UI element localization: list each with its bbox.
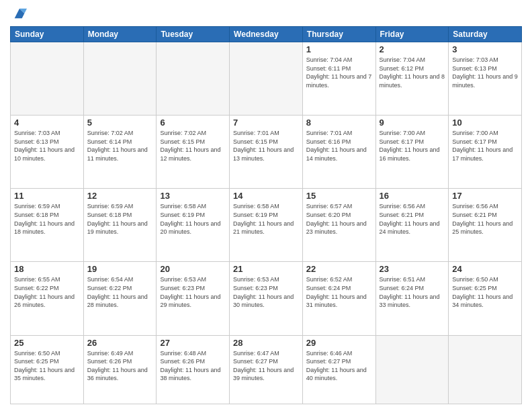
day-info: Sunrise: 7:02 AM Sunset: 6:14 PM Dayligh… <box>87 129 153 163</box>
calendar-week-row: 25Sunrise: 6:50 AM Sunset: 6:25 PM Dayli… <box>11 335 522 404</box>
day-info: Sunrise: 6:52 AM Sunset: 6:24 PM Dayligh… <box>306 275 372 309</box>
calendar-header-tuesday: Tuesday <box>157 27 230 42</box>
day-info: Sunrise: 6:56 AM Sunset: 6:21 PM Dayligh… <box>380 202 445 236</box>
day-number: 1 <box>306 44 372 54</box>
calendar-cell: 17Sunrise: 6:56 AM Sunset: 6:21 PM Dayli… <box>449 189 522 262</box>
day-number: 28 <box>233 338 299 348</box>
day-number: 24 <box>452 264 518 274</box>
calendar-header-friday: Friday <box>375 27 449 42</box>
calendar-cell: 28Sunrise: 6:47 AM Sunset: 6:27 PM Dayli… <box>230 335 303 404</box>
calendar-cell: 14Sunrise: 6:58 AM Sunset: 6:19 PM Dayli… <box>230 189 303 262</box>
day-info: Sunrise: 6:54 AM Sunset: 6:22 PM Dayligh… <box>87 275 153 309</box>
calendar-cell: 7Sunrise: 7:01 AM Sunset: 6:15 PM Daylig… <box>230 116 303 189</box>
day-info: Sunrise: 6:56 AM Sunset: 6:21 PM Dayligh… <box>452 202 518 236</box>
day-info: Sunrise: 7:03 AM Sunset: 6:13 PM Dayligh… <box>452 56 518 89</box>
day-number: 16 <box>380 191 445 201</box>
calendar-cell: 12Sunrise: 6:59 AM Sunset: 6:18 PM Dayli… <box>83 189 157 262</box>
calendar-cell: 18Sunrise: 6:55 AM Sunset: 6:22 PM Dayli… <box>11 262 84 335</box>
day-number: 12 <box>87 191 153 201</box>
day-number: 18 <box>14 264 80 274</box>
calendar-cell: 11Sunrise: 6:59 AM Sunset: 6:18 PM Dayli… <box>11 189 84 262</box>
day-number: 20 <box>160 264 226 274</box>
day-number: 14 <box>233 191 299 201</box>
calendar-header-row: SundayMondayTuesdayWednesdayThursdayFrid… <box>11 27 522 42</box>
calendar-cell <box>11 42 84 116</box>
calendar-cell: 10Sunrise: 7:00 AM Sunset: 6:17 PM Dayli… <box>449 116 522 189</box>
calendar-week-row: 4Sunrise: 7:03 AM Sunset: 6:13 PM Daylig… <box>11 116 522 189</box>
day-info: Sunrise: 6:57 AM Sunset: 6:20 PM Dayligh… <box>306 202 372 236</box>
day-info: Sunrise: 6:59 AM Sunset: 6:18 PM Dayligh… <box>14 202 80 236</box>
day-number: 5 <box>87 118 153 128</box>
day-number: 19 <box>87 264 153 274</box>
calendar-cell: 3Sunrise: 7:03 AM Sunset: 6:13 PM Daylig… <box>449 42 522 116</box>
day-info: Sunrise: 6:59 AM Sunset: 6:18 PM Dayligh… <box>87 202 153 236</box>
day-number: 17 <box>452 191 518 201</box>
calendar-cell: 8Sunrise: 7:01 AM Sunset: 6:16 PM Daylig… <box>302 116 375 189</box>
calendar-cell: 6Sunrise: 7:02 AM Sunset: 6:15 PM Daylig… <box>157 116 230 189</box>
day-info: Sunrise: 7:02 AM Sunset: 6:15 PM Dayligh… <box>160 129 226 163</box>
day-number: 15 <box>306 191 372 201</box>
day-info: Sunrise: 7:04 AM Sunset: 6:12 PM Dayligh… <box>380 56 445 89</box>
day-number: 29 <box>306 338 372 348</box>
day-info: Sunrise: 7:00 AM Sunset: 6:17 PM Dayligh… <box>452 129 518 163</box>
calendar-cell <box>157 42 230 116</box>
calendar-cell <box>375 335 449 404</box>
calendar-cell <box>230 42 303 116</box>
day-info: Sunrise: 6:58 AM Sunset: 6:19 PM Dayligh… <box>160 202 226 236</box>
day-info: Sunrise: 6:55 AM Sunset: 6:22 PM Dayligh… <box>14 275 80 309</box>
calendar-cell: 22Sunrise: 6:52 AM Sunset: 6:24 PM Dayli… <box>302 262 375 335</box>
day-info: Sunrise: 6:50 AM Sunset: 6:25 PM Dayligh… <box>452 275 518 309</box>
day-info: Sunrise: 7:00 AM Sunset: 6:17 PM Dayligh… <box>380 129 445 163</box>
calendar-cell: 24Sunrise: 6:50 AM Sunset: 6:25 PM Dayli… <box>449 262 522 335</box>
calendar-week-row: 1Sunrise: 7:04 AM Sunset: 6:11 PM Daylig… <box>11 42 522 116</box>
header <box>10 7 522 21</box>
day-number: 23 <box>380 264 445 274</box>
calendar-cell <box>449 335 522 404</box>
day-number: 2 <box>380 44 445 54</box>
day-info: Sunrise: 6:51 AM Sunset: 6:24 PM Dayligh… <box>380 275 445 309</box>
day-info: Sunrise: 6:53 AM Sunset: 6:23 PM Dayligh… <box>233 275 299 309</box>
day-number: 25 <box>14 338 80 348</box>
day-number: 21 <box>233 264 299 274</box>
day-info: Sunrise: 7:01 AM Sunset: 6:15 PM Dayligh… <box>233 129 299 163</box>
calendar-table: SundayMondayTuesdayWednesdayThursdayFrid… <box>10 26 522 404</box>
page: SundayMondayTuesdayWednesdayThursdayFrid… <box>0 0 532 411</box>
day-number: 10 <box>452 118 518 128</box>
calendar-cell: 23Sunrise: 6:51 AM Sunset: 6:24 PM Dayli… <box>375 262 449 335</box>
calendar-cell: 16Sunrise: 6:56 AM Sunset: 6:21 PM Dayli… <box>375 189 449 262</box>
calendar-cell: 29Sunrise: 6:46 AM Sunset: 6:27 PM Dayli… <box>302 335 375 404</box>
day-info: Sunrise: 6:47 AM Sunset: 6:27 PM Dayligh… <box>233 349 299 383</box>
day-number: 3 <box>452 44 518 54</box>
day-info: Sunrise: 7:01 AM Sunset: 6:16 PM Dayligh… <box>306 129 372 163</box>
calendar-cell: 4Sunrise: 7:03 AM Sunset: 6:13 PM Daylig… <box>11 116 84 189</box>
calendar-week-row: 18Sunrise: 6:55 AM Sunset: 6:22 PM Dayli… <box>11 262 522 335</box>
calendar-cell: 26Sunrise: 6:49 AM Sunset: 6:26 PM Dayli… <box>83 335 157 404</box>
day-info: Sunrise: 6:49 AM Sunset: 6:26 PM Dayligh… <box>87 349 153 383</box>
calendar-week-row: 11Sunrise: 6:59 AM Sunset: 6:18 PM Dayli… <box>11 189 522 262</box>
calendar-cell: 9Sunrise: 7:00 AM Sunset: 6:17 PM Daylig… <box>375 116 449 189</box>
calendar-cell: 1Sunrise: 7:04 AM Sunset: 6:11 PM Daylig… <box>302 42 375 116</box>
day-number: 9 <box>380 118 445 128</box>
calendar-cell: 20Sunrise: 6:53 AM Sunset: 6:23 PM Dayli… <box>157 262 230 335</box>
calendar-header-thursday: Thursday <box>302 27 375 42</box>
calendar-cell: 25Sunrise: 6:50 AM Sunset: 6:25 PM Dayli… <box>11 335 84 404</box>
day-number: 8 <box>306 118 372 128</box>
day-number: 4 <box>14 118 80 128</box>
calendar-cell: 15Sunrise: 6:57 AM Sunset: 6:20 PM Dayli… <box>302 189 375 262</box>
day-info: Sunrise: 6:46 AM Sunset: 6:27 PM Dayligh… <box>306 349 372 383</box>
calendar-header-wednesday: Wednesday <box>230 27 303 42</box>
calendar-cell: 21Sunrise: 6:53 AM Sunset: 6:23 PM Dayli… <box>230 262 303 335</box>
calendar-cell: 27Sunrise: 6:48 AM Sunset: 6:26 PM Dayli… <box>157 335 230 404</box>
day-info: Sunrise: 6:58 AM Sunset: 6:19 PM Dayligh… <box>233 202 299 236</box>
day-number: 11 <box>14 191 80 201</box>
calendar-cell: 5Sunrise: 7:02 AM Sunset: 6:14 PM Daylig… <box>83 116 157 189</box>
day-info: Sunrise: 6:48 AM Sunset: 6:26 PM Dayligh… <box>160 349 226 383</box>
day-info: Sunrise: 7:03 AM Sunset: 6:13 PM Dayligh… <box>14 129 80 163</box>
calendar-header-sunday: Sunday <box>11 27 84 42</box>
day-number: 7 <box>233 118 299 128</box>
day-number: 26 <box>87 338 153 348</box>
calendar-cell: 13Sunrise: 6:58 AM Sunset: 6:19 PM Dayli… <box>157 189 230 262</box>
day-number: 13 <box>160 191 226 201</box>
day-number: 22 <box>306 264 372 274</box>
calendar-header-saturday: Saturday <box>449 27 522 42</box>
